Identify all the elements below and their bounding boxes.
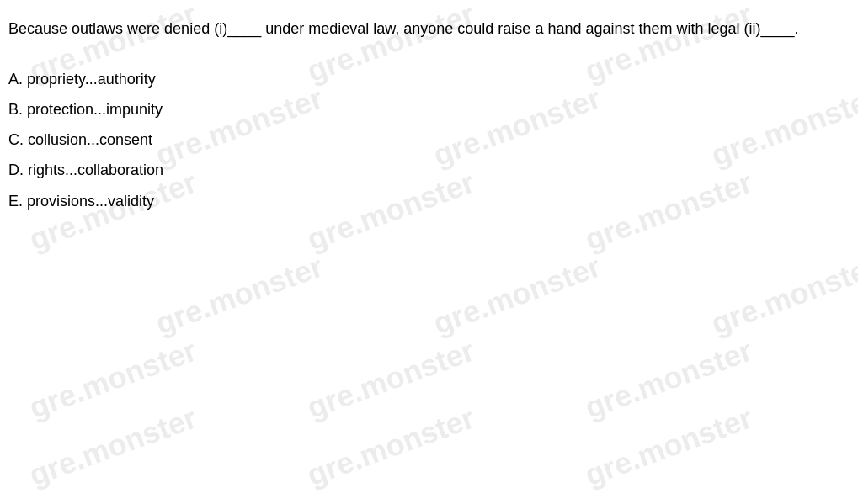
watermark-15: gre.monster — [24, 401, 201, 494]
option-item-C[interactable]: C. collusion...consent — [8, 125, 850, 154]
watermark-11: gre.monster — [706, 249, 858, 342]
watermark-12: gre.monster — [24, 333, 201, 427]
watermark-9: gre.monster — [151, 249, 328, 342]
watermark-14: gre.monster — [580, 333, 757, 427]
watermark-13: gre.monster — [302, 333, 479, 427]
options-list: A. propriety...authorityB. protection...… — [8, 65, 850, 215]
question-text: Because outlaws were denied (i)____ unde… — [8, 17, 850, 41]
option-item-A[interactable]: A. propriety...authority — [8, 65, 850, 93]
watermark-17: gre.monster — [580, 401, 757, 494]
option-item-E[interactable]: E. provisions...validity — [8, 187, 850, 215]
watermark-10: gre.monster — [429, 249, 605, 342]
main-content: Because outlaws were denied (i)____ unde… — [0, 0, 858, 225]
option-item-D[interactable]: D. rights...collaboration — [8, 156, 850, 184]
option-item-B[interactable]: B. protection...impunity — [8, 95, 850, 124]
watermark-16: gre.monster — [302, 401, 479, 494]
